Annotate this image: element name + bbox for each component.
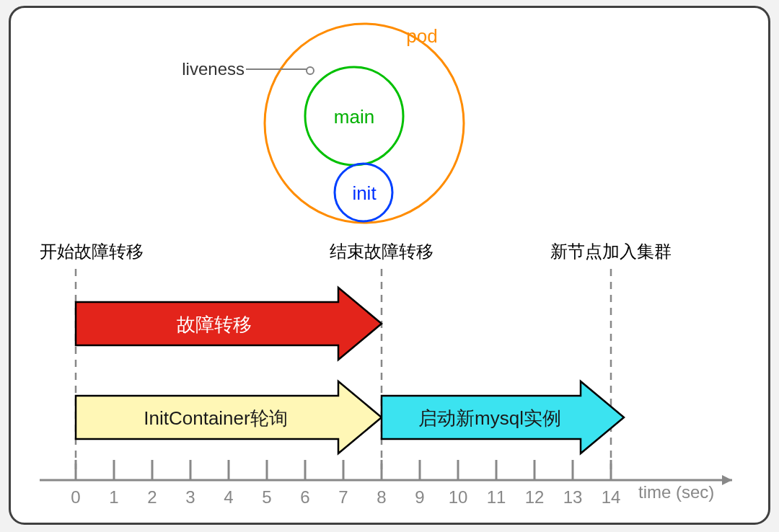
time-axis: time (sec) 01234567891011121314	[40, 460, 732, 507]
axis-tick-label: 1	[109, 487, 118, 507]
axis-tick-label: 12	[525, 487, 545, 507]
axis-tick-label: 4	[224, 487, 233, 507]
axis-tick-label: 13	[563, 487, 583, 507]
arrow-failover-label: 故障转移	[177, 314, 252, 335]
axis-tick-label: 7	[338, 487, 348, 507]
arrow-mysql: 启动新mysql实例	[382, 381, 624, 453]
axis-tick-label: 2	[147, 487, 157, 507]
init-label: init	[352, 182, 377, 204]
axis-tick-label: 6	[300, 487, 309, 507]
axis-arrowhead	[722, 475, 732, 485]
event-label-end-failover: 结束故障转移	[330, 241, 433, 261]
pod-group: pod main init liveness	[182, 24, 464, 223]
axis-tick-label: 3	[185, 487, 195, 507]
arrow-initcontainer: InitContainer轮询	[76, 381, 382, 453]
main-label: main	[334, 106, 374, 128]
event-label-new-node: 新节点加入集群	[550, 241, 672, 261]
axis-tick-label: 14	[602, 487, 621, 507]
liveness-label: liveness	[182, 59, 245, 79]
axis-tick-label: 10	[449, 487, 468, 507]
axis-tick-label: 0	[71, 487, 80, 507]
arrow-mysql-label: 启动新mysql实例	[418, 407, 561, 429]
arrow-initcontainer-label: InitContainer轮询	[144, 407, 287, 429]
diagram-frame: pod main init liveness 开始故障转移 结束故障转移 新节点…	[9, 6, 770, 525]
liveness-dot	[307, 67, 314, 74]
pod-label: pod	[406, 25, 437, 47]
axis-label: time (sec)	[638, 482, 714, 502]
axis-tick-label: 9	[415, 487, 424, 507]
axis-tick-label: 11	[487, 487, 506, 507]
axis-tick-label: 8	[377, 487, 386, 507]
event-label-start-failover: 开始故障转移	[40, 241, 144, 261]
axis-tick-label: 5	[262, 487, 271, 507]
arrow-failover: 故障转移	[76, 288, 382, 360]
